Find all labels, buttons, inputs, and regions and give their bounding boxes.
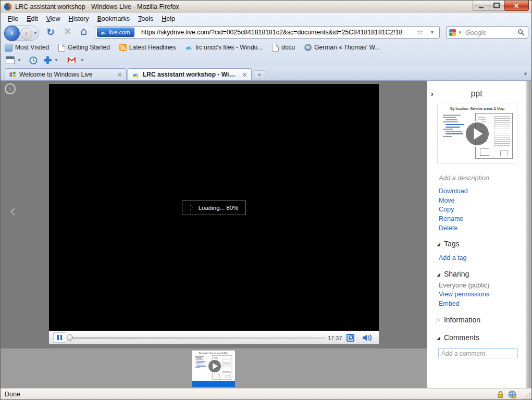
addon-toolbar: ▼ ▼ ▼ — [1, 54, 531, 67]
filmstrip: By location: Service areas & Map — [1, 348, 427, 388]
slide-title: By location: Service areas & Map — [194, 352, 232, 354]
back-button[interactable]: ‹ — [4, 26, 20, 41]
minimize-icon — [479, 7, 484, 8]
menu-file[interactable]: File — [4, 14, 22, 24]
bookmark-label: Getting Started — [68, 44, 110, 51]
resize-grip[interactable] — [524, 393, 530, 399]
stop-button[interactable]: × — [64, 24, 71, 39]
browser-chrome: File Edit View History Bookmarks Tools H… — [1, 13, 531, 81]
close-button[interactable] — [504, 1, 529, 11]
bookmark-item-german-wordpress[interactable]: German « Thomas' W... — [304, 44, 380, 51]
bookmark-item-most-visited[interactable]: Most Visited — [5, 44, 49, 52]
skydrive-icon — [132, 71, 140, 79]
move-link[interactable]: Move — [439, 197, 455, 204]
list-all-tabs-button[interactable]: ▼ — [523, 71, 528, 77]
search-engine-icon[interactable] — [449, 29, 456, 36]
menu-edit[interactable]: Edit — [22, 14, 42, 24]
menu-tools[interactable]: Tools — [134, 14, 157, 24]
slide-title: By location: Service areas & Map — [441, 106, 514, 111]
tab-lrc-assistant-workshop[interactable]: LRC assistant workshop - Window... ✕ — [128, 68, 252, 80]
clock-extension-icon[interactable] — [29, 56, 38, 65]
copy-link[interactable]: Copy — [439, 206, 454, 213]
restore-button[interactable] — [489, 1, 504, 11]
menu-history[interactable]: History — [65, 14, 93, 24]
play-overlay-icon[interactable] — [207, 359, 222, 373]
section-expanded-icon — [437, 273, 440, 277]
loading-text: Loading... 80% — [199, 205, 239, 211]
globe-icon[interactable] — [508, 390, 517, 399]
search-box[interactable]: ▼ — [446, 26, 528, 39]
scroll-up-button[interactable] — [5, 83, 16, 94]
dropdown-icon[interactable]: ▼ — [17, 58, 21, 63]
tags-section-header[interactable]: Tags — [437, 240, 460, 248]
bookmark-item-latest-headlines[interactable]: Latest Headlines — [119, 44, 176, 51]
bookmark-star-icon[interactable]: ☆ — [417, 28, 424, 37]
popout-icon[interactable] — [347, 334, 354, 342]
file-thumbnail[interactable]: By location: Service areas & Map — [437, 104, 517, 164]
site-identity-button[interactable]: live.com — [97, 28, 134, 37]
audience-label: Everyone (public) — [439, 282, 489, 289]
reload-button[interactable]: ↻ — [46, 26, 55, 38]
bookmark-label: Most Visited — [15, 44, 49, 51]
tab-label: Welcome to Windows Live — [19, 71, 114, 78]
gmail-extension-icon[interactable] — [67, 57, 76, 64]
seek-slider[interactable] — [73, 338, 326, 339]
new-tab-button[interactable]: + — [254, 70, 265, 79]
plus-extension-icon[interactable] — [44, 56, 52, 64]
add-tag-link[interactable]: Add a tag — [439, 254, 467, 261]
player-screen[interactable]: Loading... 80% — [49, 84, 379, 331]
history-dropdown-icon[interactable]: ▼ — [33, 31, 38, 35]
information-section-header[interactable]: ▷ Information — [437, 316, 480, 324]
url-dropdown-icon[interactable]: ▼ — [430, 30, 435, 35]
url-input[interactable] — [141, 28, 402, 37]
dropdown-icon[interactable]: ▼ — [80, 58, 84, 63]
home-button[interactable]: ⌂ — [80, 25, 87, 38]
comment-input[interactable] — [438, 348, 518, 358]
filmstrip-thumbnail[interactable]: By location: Service areas & Map — [192, 351, 235, 387]
bookmark-item-getting-started[interactable]: Getting Started — [58, 44, 110, 52]
description-placeholder[interactable]: Add a description — [439, 174, 489, 182]
tab-close-icon[interactable]: ✕ — [242, 71, 248, 79]
menu-help[interactable]: Help — [157, 14, 179, 24]
time-display: 17:37 — [328, 335, 342, 341]
download-link[interactable]: Download — [439, 188, 468, 195]
menu-bookmarks[interactable]: Bookmarks — [93, 14, 134, 24]
comments-section-header[interactable]: Comments — [437, 333, 479, 342]
search-input[interactable] — [464, 28, 516, 38]
menu-view[interactable]: View — [42, 14, 65, 24]
embed-link[interactable]: Embed — [439, 300, 460, 307]
window-right-edge — [526, 81, 532, 388]
rename-link[interactable]: Rename — [439, 215, 463, 222]
window-extension-icon[interactable] — [6, 56, 15, 64]
bookmark-label: Latest Headlines — [129, 44, 176, 51]
forward-button[interactable]: › — [20, 28, 32, 40]
lock-icon[interactable] — [497, 391, 504, 398]
page-icon — [272, 44, 279, 52]
most-visited-icon — [5, 44, 13, 52]
windows-icon — [9, 71, 16, 78]
search-icon[interactable] — [517, 29, 525, 36]
play-overlay-icon[interactable] — [464, 121, 490, 147]
view-permissions-link[interactable]: View permissions — [439, 291, 489, 298]
volume-icon[interactable] — [362, 334, 373, 342]
tab-welcome-windows-live[interactable]: Welcome to Windows Live ✕ — [5, 68, 127, 80]
seek-slider-thumb[interactable] — [67, 334, 73, 341]
previous-item-button[interactable]: ‹ — [9, 202, 16, 220]
file-title: ppt — [427, 89, 526, 98]
bookmark-item-lrc-files[interactable]: lrc uncc's files - Windo... — [185, 44, 263, 52]
section-label: Comments — [444, 333, 479, 342]
restore-icon — [493, 3, 500, 8]
dropdown-icon[interactable]: ▼ — [54, 58, 58, 63]
title-bar: LRC assistant workshop - Windows Live - … — [1, 1, 531, 14]
delete-link[interactable]: Delete — [439, 224, 457, 232]
window-controls — [473, 1, 529, 11]
selection-bar — [192, 381, 235, 387]
sharing-section-header[interactable]: Sharing — [437, 270, 469, 278]
pause-button[interactable] — [53, 332, 66, 343]
url-bar[interactable]: live.com ☆ ▼ — [95, 26, 440, 39]
search-engine-dropdown-icon[interactable]: ▼ — [458, 30, 462, 35]
minimize-button[interactable] — [473, 1, 489, 11]
bookmark-item-docu[interactable]: docu — [272, 44, 295, 52]
tab-close-icon[interactable]: ✕ — [117, 71, 122, 79]
skydrive-icon — [185, 44, 193, 52]
